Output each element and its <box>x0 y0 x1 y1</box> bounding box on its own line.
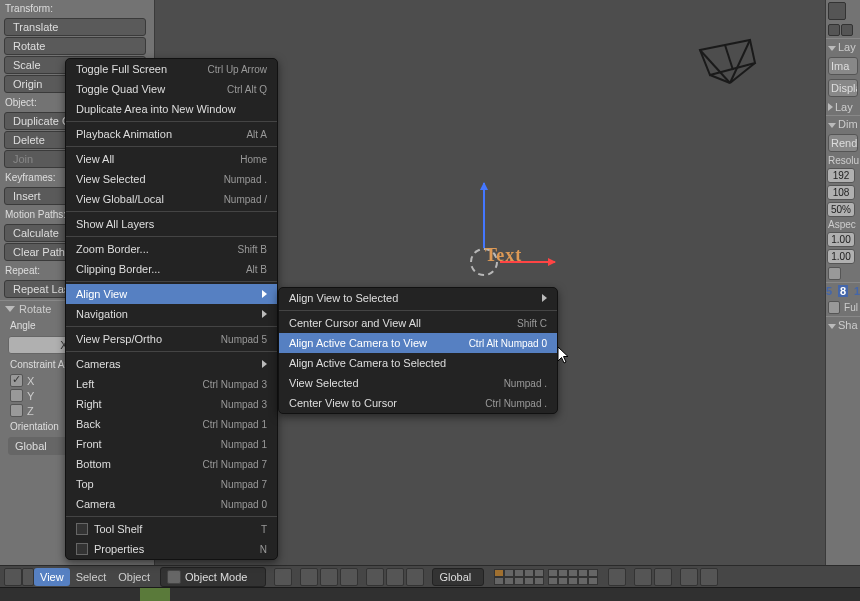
scale-manipulator-icon[interactable] <box>406 568 424 586</box>
z-axis-gizmo <box>483 183 485 248</box>
frame-1[interactable]: 1 <box>854 285 860 297</box>
menu-separator <box>66 516 277 517</box>
menu-view-back[interactable]: BackCtrl Numpad 1 <box>66 414 277 434</box>
align-view-submenu: Align View to Selected Center Cursor and… <box>278 287 558 414</box>
checkbox-icon <box>76 523 88 535</box>
menu-navigation[interactable]: Navigation <box>66 304 277 324</box>
display-button[interactable]: Displa <box>828 79 858 97</box>
submenu-arrow-icon <box>542 294 547 302</box>
menu-view-global-local[interactable]: View Global/LocalNumpad / <box>66 189 277 209</box>
menu-view-bottom[interactable]: BottomCtrl Numpad 7 <box>66 454 277 474</box>
border-checkbox[interactable] <box>828 267 841 280</box>
menu-separator <box>66 121 277 122</box>
pin-icon[interactable] <box>828 24 840 36</box>
render-preview-icon[interactable] <box>680 568 698 586</box>
menu-collapse-icon[interactable] <box>22 568 34 586</box>
properties-panel: Lay Ima Displa Lay Dim Rende Resolu 192 … <box>825 0 860 565</box>
menu-view-right[interactable]: RightNumpad 3 <box>66 394 277 414</box>
menu-separator <box>66 351 277 352</box>
menu-view-top[interactable]: TopNumpad 7 <box>66 474 277 494</box>
menu-align-view[interactable]: Align View <box>66 284 277 304</box>
render-animation-icon[interactable] <box>700 568 718 586</box>
timeline-playhead-region <box>140 588 170 601</box>
menu-properties[interactable]: PropertiesN <box>66 539 277 559</box>
snap-toggle-icon[interactable] <box>634 568 652 586</box>
resolution-pct-input[interactable]: 50% <box>827 202 855 217</box>
timeline[interactable] <box>0 587 860 601</box>
frame-5[interactable]: 5 <box>826 285 832 297</box>
menu-view-front[interactable]: FrontNumpad 1 <box>66 434 277 454</box>
submenu-align-view-to-selected[interactable]: Align View to Selected <box>279 288 557 308</box>
submenu-align-active-camera-to-view[interactable]: Align Active Camera to ViewCtrl Alt Nump… <box>279 333 557 353</box>
select-menu-button[interactable]: Select <box>70 568 113 586</box>
render-preset-button[interactable]: Rende <box>828 134 858 152</box>
context-icon[interactable] <box>841 24 853 36</box>
submenu-arrow-icon <box>262 360 267 368</box>
menu-clipping-border[interactable]: Clipping Border...Alt B <box>66 259 277 279</box>
menu-separator <box>66 211 277 212</box>
viewport-shading-icon[interactable] <box>274 568 292 586</box>
checkbox-y[interactable] <box>10 389 23 402</box>
shading-label: Sha <box>838 319 858 331</box>
fullscreen-checkbox[interactable] <box>828 301 840 314</box>
checkbox-z[interactable] <box>10 404 23 417</box>
submenu-center-view-to-cursor[interactable]: Center View to CursorCtrl Numpad . <box>279 393 557 413</box>
menu-show-all-layers[interactable]: Show All Layers <box>66 214 277 234</box>
submenu-align-active-camera-to-selected[interactable]: Align Active Camera to Selected <box>279 353 557 373</box>
viewport-header: View Select Object Object Mode Global <box>0 565 860 587</box>
aspect-label: Aspec <box>826 218 860 231</box>
view-menu-button[interactable]: View <box>34 568 70 586</box>
submenu-view-selected[interactable]: View SelectedNumpad . <box>279 373 557 393</box>
dimensions-label: Dim <box>838 118 858 130</box>
translate-manipulator-icon[interactable] <box>366 568 384 586</box>
resolution-label: Resolu <box>826 154 860 167</box>
menu-toggle-fullscreen[interactable]: Toggle Full ScreenCtrl Up Arrow <box>66 59 277 79</box>
submenu-center-cursor-view-all[interactable]: Center Cursor and View AllShift C <box>279 313 557 333</box>
text-object-label: Text <box>485 245 522 266</box>
menu-separator <box>66 281 277 282</box>
menu-view-selected[interactable]: View SelectedNumpad . <box>66 169 277 189</box>
aspect-x-input[interactable]: 1.00 <box>827 232 855 247</box>
layer-buttons[interactable] <box>494 569 598 585</box>
pivot-align-icon[interactable] <box>320 568 338 586</box>
menu-view-all[interactable]: View AllHome <box>66 149 277 169</box>
pivot-icon[interactable] <box>300 568 318 586</box>
object-mode-icon <box>167 570 181 584</box>
transform-section-label: Transform: <box>0 0 154 17</box>
object-menu-button[interactable]: Object <box>112 568 156 586</box>
menu-duplicate-area[interactable]: Duplicate Area into New Window <box>66 99 277 119</box>
chevron-down-icon <box>828 123 836 128</box>
operator-title: Rotate <box>19 303 51 315</box>
menu-zoom-border[interactable]: Zoom Border...Shift B <box>66 239 277 259</box>
manipulator-toggle-icon[interactable] <box>340 568 358 586</box>
editor-type-icon[interactable] <box>4 568 22 586</box>
submenu-arrow-icon <box>262 290 267 298</box>
camera-wireframe-icon <box>695 35 765 90</box>
layers-label: Lay <box>838 41 856 53</box>
orientation-dropdown[interactable]: Global <box>432 568 484 586</box>
submenu-arrow-icon <box>262 310 267 318</box>
menu-separator <box>279 310 557 311</box>
menu-view-camera[interactable]: CameraNumpad 0 <box>66 494 277 514</box>
rotate-manipulator-icon[interactable] <box>386 568 404 586</box>
menu-persp-ortho[interactable]: View Persp/OrthoNumpad 5 <box>66 329 277 349</box>
resolution-y-input[interactable]: 108 <box>827 185 855 200</box>
menu-cameras[interactable]: Cameras <box>66 354 277 374</box>
plus-icon[interactable] <box>828 2 846 20</box>
mode-dropdown[interactable]: Object Mode <box>160 567 266 587</box>
resolution-x-input[interactable]: 192 <box>827 168 855 183</box>
menu-separator <box>66 146 277 147</box>
aspect-y-input[interactable]: 1.00 <box>827 249 855 264</box>
chevron-down-icon <box>5 306 15 312</box>
lock-layers-icon[interactable] <box>608 568 626 586</box>
frame-8[interactable]: 8 <box>838 285 848 297</box>
snap-type-icon[interactable] <box>654 568 672 586</box>
translate-button[interactable]: Translate <box>4 18 146 36</box>
menu-playback-animation[interactable]: Playback AnimationAlt A <box>66 124 277 144</box>
image-button[interactable]: Ima <box>828 57 858 75</box>
menu-toggle-quad-view[interactable]: Toggle Quad ViewCtrl Alt Q <box>66 79 277 99</box>
menu-tool-shelf[interactable]: Tool ShelfT <box>66 519 277 539</box>
menu-view-left[interactable]: LeftCtrl Numpad 3 <box>66 374 277 394</box>
rotate-button[interactable]: Rotate <box>4 37 146 55</box>
checkbox-x[interactable] <box>10 374 23 387</box>
